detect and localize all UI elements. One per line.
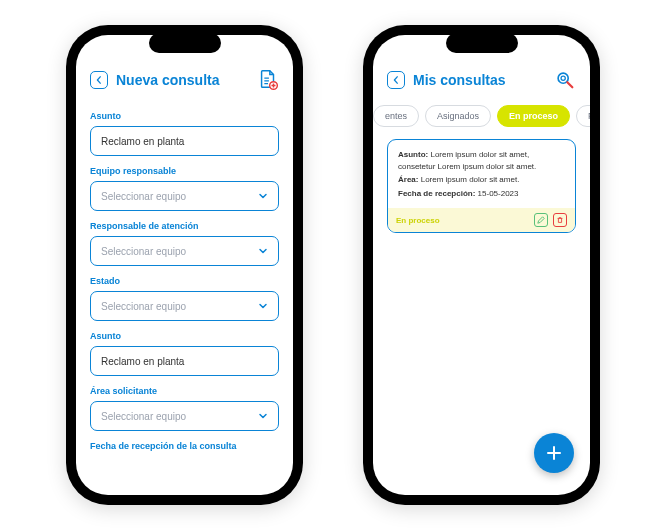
- field-group: Responsable de atenciónSeleccionar equip…: [90, 221, 279, 266]
- select-placeholder: Seleccionar equipo: [101, 411, 186, 422]
- card-actions: [534, 213, 567, 227]
- screen-left: Nueva consulta AsuntoReclamo en plantaEq…: [76, 35, 293, 495]
- field-label: Responsable de atención: [90, 221, 279, 231]
- card-fecha: Fecha de recepción: 15-05-2023: [398, 188, 565, 200]
- field-group: Área solicitanteSeleccionar equipo: [90, 386, 279, 431]
- screen-right: Mis consultas entesAsignadosEn procesoFi…: [373, 35, 590, 495]
- card-body: Asunto: Lorem ipsum dolor sit amet, cons…: [388, 140, 575, 208]
- select-input[interactable]: Seleccionar equipo: [90, 291, 279, 321]
- select-input[interactable]: Seleccionar equipo: [90, 401, 279, 431]
- form-content: AsuntoReclamo en plantaEquipo responsabl…: [76, 101, 293, 495]
- pencil-icon: [537, 216, 545, 224]
- tab-entes[interactable]: entes: [373, 105, 419, 127]
- card-area: Área: Lorem ipsum dolor sit amet.: [398, 174, 565, 186]
- phone-notch: [149, 33, 221, 53]
- header-left: Nueva consulta: [90, 71, 219, 89]
- chevron-left-icon: [95, 76, 103, 84]
- card-asunto: Asunto: Lorem ipsum dolor sit amet, cons…: [398, 149, 565, 172]
- header-left: Mis consultas: [387, 71, 506, 89]
- select-input[interactable]: Seleccionar equipo: [90, 236, 279, 266]
- field-group: Equipo responsableSeleccionar equipo: [90, 166, 279, 211]
- field-group: AsuntoReclamo en planta: [90, 331, 279, 376]
- field-label: Equipo responsable: [90, 166, 279, 176]
- back-button[interactable]: [90, 71, 108, 89]
- tab-en-proceso[interactable]: En proceso: [497, 105, 570, 127]
- chevron-left-icon: [392, 76, 400, 84]
- phone-notch: [446, 33, 518, 53]
- select-placeholder: Seleccionar equipo: [101, 246, 186, 257]
- field-label: Estado: [90, 276, 279, 286]
- select-placeholder: Seleccionar equipo: [101, 191, 186, 202]
- delete-button[interactable]: [553, 213, 567, 227]
- select-input[interactable]: Seleccionar equipo: [90, 181, 279, 211]
- phone-frame-left: Nueva consulta AsuntoReclamo en plantaEq…: [66, 25, 303, 505]
- select-placeholder: Seleccionar equipo: [101, 301, 186, 312]
- field-group: Fecha de recepción de la consulta: [90, 441, 279, 451]
- status-badge: En proceso: [396, 216, 440, 225]
- field-label: Fecha de recepción de la consulta: [90, 441, 279, 451]
- consulta-card[interactable]: Asunto: Lorem ipsum dolor sit amet, cons…: [387, 139, 576, 233]
- page-title: Mis consultas: [413, 72, 506, 88]
- input-value: Reclamo en planta: [101, 136, 184, 147]
- svg-point-7: [561, 76, 565, 80]
- tab-finaliz[interactable]: Finaliz: [576, 105, 590, 127]
- chevron-down-icon: [258, 191, 268, 201]
- trash-icon: [556, 216, 564, 224]
- new-document-icon[interactable]: [257, 69, 279, 91]
- svg-line-8: [567, 82, 572, 87]
- chevron-down-icon: [258, 301, 268, 311]
- field-label: Asunto: [90, 111, 279, 121]
- chevron-down-icon: [258, 411, 268, 421]
- add-button[interactable]: [534, 433, 574, 473]
- tab-asignados[interactable]: Asignados: [425, 105, 491, 127]
- field-group: EstadoSeleccionar equipo: [90, 276, 279, 321]
- text-input[interactable]: Reclamo en planta: [90, 346, 279, 376]
- edit-button[interactable]: [534, 213, 548, 227]
- field-group: AsuntoReclamo en planta: [90, 111, 279, 156]
- page-title: Nueva consulta: [116, 72, 219, 88]
- text-input[interactable]: Reclamo en planta: [90, 126, 279, 156]
- field-label: Asunto: [90, 331, 279, 341]
- search-icon[interactable]: [554, 69, 576, 91]
- field-label: Área solicitante: [90, 386, 279, 396]
- input-value: Reclamo en planta: [101, 356, 184, 367]
- chevron-down-icon: [258, 246, 268, 256]
- phone-frame-right: Mis consultas entesAsignadosEn procesoFi…: [363, 25, 600, 505]
- card-footer: En proceso: [388, 208, 575, 232]
- back-button[interactable]: [387, 71, 405, 89]
- plus-icon: [544, 443, 564, 463]
- tabs-bar: entesAsignadosEn procesoFinaliz: [373, 101, 590, 137]
